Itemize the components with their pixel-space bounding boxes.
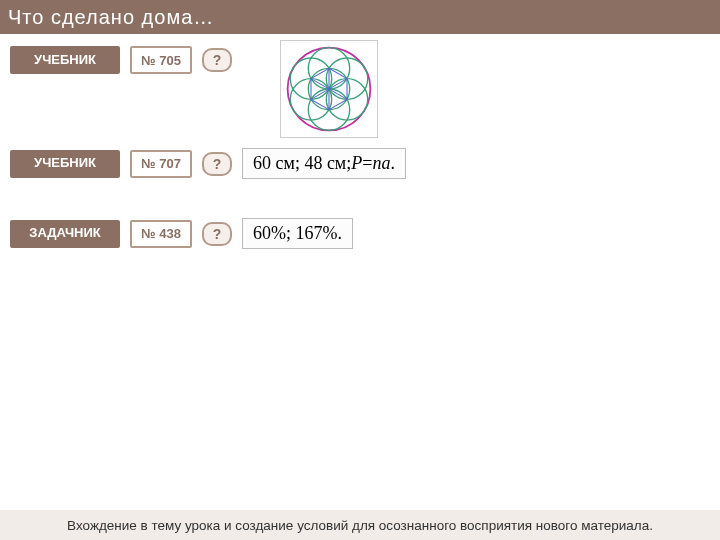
answer-text: 60 см; 48 см; (253, 153, 351, 174)
answer-eq: = (362, 153, 372, 174)
problem-number: № 707 (130, 150, 192, 178)
hw-row-1: УЧЕБНИК № 705 ? (10, 46, 232, 74)
slide-title: Что сделано дома… (8, 6, 214, 29)
footer-bar: Вхождение в тему урока и создание услови… (0, 510, 720, 540)
reveal-button[interactable]: ? (202, 222, 232, 246)
hw-row-3: ЗАДАЧНИК № 438 ? 60%; 167%. (10, 218, 353, 249)
source-tag: УЧЕБНИК (10, 46, 120, 74)
footer-text: Вхождение в тему урока и создание услови… (67, 518, 653, 533)
problem-number: № 438 (130, 220, 192, 248)
hw-row-2: УЧЕБНИК № 707 ? 60 см; 48 см; P = na . (10, 148, 406, 179)
answer-text: 60%; 167%. (253, 223, 342, 244)
reveal-button[interactable]: ? (202, 48, 232, 72)
reveal-button[interactable]: ? (202, 152, 232, 176)
problem-number: № 705 (130, 46, 192, 74)
answer-box: 60%; 167%. (242, 218, 353, 249)
source-tag: ЗАДАЧНИК (10, 220, 120, 248)
answer-box: 60 см; 48 см; P = na . (242, 148, 406, 179)
answer-tail: . (390, 153, 395, 174)
source-tag: УЧЕБНИК (10, 150, 120, 178)
answer-var: P (351, 153, 362, 174)
figure-705 (280, 40, 378, 138)
answer-var: na (372, 153, 390, 174)
slide: Что сделано дома… УЧЕБНИК № 705 ? (0, 0, 720, 540)
flower-of-life-icon (284, 44, 374, 134)
title-bar: Что сделано дома… (0, 0, 720, 34)
